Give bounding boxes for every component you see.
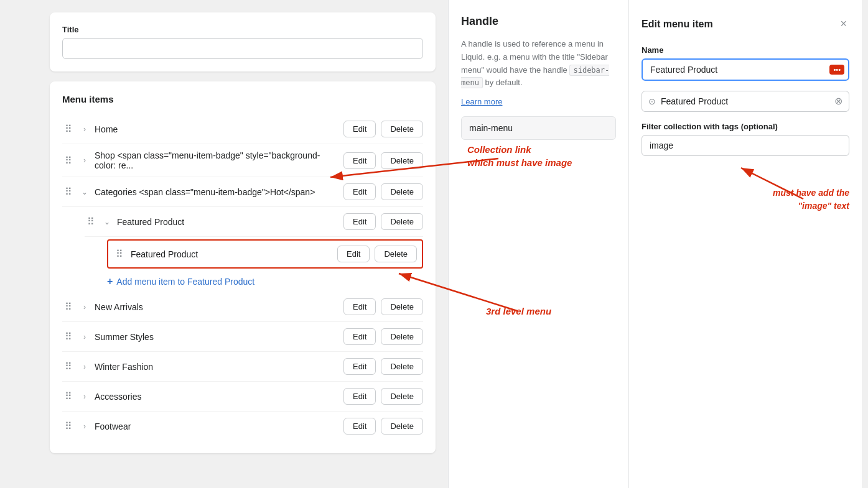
drag-handle-icon[interactable]: ⠿ bbox=[62, 301, 75, 313]
chevron-right-icon[interactable]: › bbox=[80, 333, 90, 341]
item-label: Categories <span class="menu-item-badge"… bbox=[95, 187, 338, 197]
filter-input[interactable] bbox=[642, 135, 849, 156]
item-label: Home bbox=[95, 124, 338, 134]
chevron-down-icon[interactable]: ⌄ bbox=[80, 188, 90, 196]
menu-items-card: Menu items ⠿ › Home Edit Delete ⠿ › Shop… bbox=[50, 81, 436, 453]
name-input-badge: ••• bbox=[829, 65, 844, 75]
title-card: Title Main menu bbox=[50, 12, 436, 71]
drag-handle-icon[interactable]: ⠿ bbox=[62, 123, 75, 135]
chevron-right-icon[interactable]: › bbox=[80, 303, 90, 311]
drag-handle-icon[interactable]: ⠿ bbox=[113, 248, 126, 260]
item-label: Winter Fashion bbox=[95, 362, 338, 372]
edit-button[interactable]: Edit bbox=[343, 358, 376, 375]
edit-panel-header: Edit menu item × bbox=[642, 15, 849, 33]
chevron-right-icon[interactable]: › bbox=[80, 125, 90, 134]
highlighted-item-container: ⠿ Featured Product Edit Delete bbox=[107, 239, 423, 269]
annotation-image-text: must have add the"image" text bbox=[773, 186, 849, 213]
list-item: ⠿ › Shop <span class="menu-item-badge" s… bbox=[62, 144, 423, 177]
list-item-highlighted: ⠿ Featured Product Edit Delete bbox=[107, 239, 423, 269]
drag-handle-icon[interactable]: ⠿ bbox=[62, 361, 75, 372]
edit-panel: Edit menu item × Name ••• ⊙ Featured Pro… bbox=[628, 0, 862, 488]
list-item: ⠿ › Home Edit Delete bbox=[62, 114, 423, 144]
handle-code: sidebar-menu bbox=[461, 65, 609, 89]
title-input[interactable]: Main menu bbox=[62, 38, 423, 59]
delete-button[interactable]: Delete bbox=[381, 121, 423, 137]
chevron-right-icon[interactable]: › bbox=[80, 156, 90, 165]
edit-button[interactable]: Edit bbox=[343, 328, 376, 345]
chevron-right-icon[interactable]: › bbox=[80, 422, 90, 431]
edit-button[interactable]: Edit bbox=[343, 152, 376, 169]
drag-handle-icon[interactable]: ⠿ bbox=[62, 390, 75, 402]
collection-clear-button[interactable]: ⊗ bbox=[834, 96, 842, 106]
handle-panel: Handle A handle is used to reference a m… bbox=[448, 0, 628, 488]
item-label: Footwear bbox=[95, 421, 338, 431]
item-label: Featured Product bbox=[131, 249, 332, 259]
delete-button[interactable]: Delete bbox=[381, 418, 423, 435]
add-menu-item-label: Add menu item to Featured Product bbox=[116, 277, 254, 287]
plus-icon: + bbox=[107, 276, 113, 287]
close-button[interactable]: × bbox=[838, 15, 849, 33]
edit-button[interactable]: Edit bbox=[343, 121, 376, 137]
delete-button[interactable]: Delete bbox=[375, 246, 417, 262]
title-label: Title bbox=[62, 25, 423, 34]
delete-button[interactable]: Delete bbox=[381, 358, 423, 375]
list-item: ⠿ › Winter Fashion Edit Delete bbox=[62, 352, 423, 382]
item-label: Accessories bbox=[95, 392, 338, 402]
item-label: Shop <span class="menu-item-badge" style… bbox=[95, 150, 338, 170]
annotation-collection-link: Collection linkwhich must have image bbox=[467, 143, 572, 169]
collection-search-wrapper: ⊙ Featured Product ⊗ bbox=[642, 91, 849, 112]
main-content: Title Main menu Menu items ⠿ › Home Edit… bbox=[0, 0, 448, 488]
collection-search-inner[interactable]: ⊙ Featured Product ⊗ bbox=[642, 91, 849, 112]
svg-line-4 bbox=[741, 168, 803, 199]
drag-handle-icon[interactable]: ⠿ bbox=[62, 155, 75, 167]
list-item: ⠿ › Accessories Edit Delete bbox=[62, 382, 423, 412]
chevron-right-icon[interactable]: › bbox=[80, 362, 90, 371]
list-item: ⠿ ⌄ Featured Product Edit Delete bbox=[85, 207, 423, 237]
delete-button[interactable]: Delete bbox=[381, 183, 423, 200]
edit-button[interactable]: Edit bbox=[343, 418, 376, 435]
edit-button[interactable]: Edit bbox=[337, 246, 370, 262]
name-input-wrapper: ••• bbox=[642, 58, 849, 81]
chevron-down-icon[interactable]: ⌄ bbox=[102, 218, 112, 226]
delete-button[interactable]: Delete bbox=[381, 388, 423, 405]
menu-items-title: Menu items bbox=[62, 94, 423, 104]
add-menu-item-link[interactable]: + Add menu item to Featured Product bbox=[107, 271, 423, 292]
list-item: ⠿ › New Arrivals Edit Delete bbox=[62, 292, 423, 322]
chevron-right-icon[interactable]: › bbox=[80, 392, 90, 401]
handle-panel-title: Handle bbox=[461, 15, 616, 28]
item-label: Summer Styles bbox=[95, 332, 338, 342]
handle-value: main-menu bbox=[461, 116, 616, 140]
item-label: New Arrivals bbox=[95, 302, 338, 312]
edit-button[interactable]: Edit bbox=[343, 298, 376, 315]
annotation-3rd-level: 3rd level menu bbox=[486, 305, 551, 318]
collection-icon: ⊙ bbox=[648, 96, 656, 106]
delete-button[interactable]: Delete bbox=[381, 213, 423, 230]
list-item: ⠿ › Summer Styles Edit Delete bbox=[62, 322, 423, 352]
delete-button[interactable]: Delete bbox=[381, 152, 423, 169]
handle-description: A handle is used to reference a menu in … bbox=[461, 38, 616, 90]
list-item: ⠿ ⌄ Categories <span class="menu-item-ba… bbox=[62, 177, 423, 207]
delete-button[interactable]: Delete bbox=[381, 298, 423, 315]
drag-handle-icon[interactable]: ⠿ bbox=[62, 420, 75, 432]
item-label: Featured Product bbox=[117, 217, 338, 227]
edit-button[interactable]: Edit bbox=[343, 213, 376, 230]
learn-more-link[interactable]: Learn more bbox=[461, 97, 616, 106]
drag-handle-icon[interactable]: ⠿ bbox=[62, 331, 75, 343]
collection-text: Featured Product bbox=[661, 96, 829, 106]
drag-handle-icon[interactable]: ⠿ bbox=[85, 216, 97, 228]
delete-button[interactable]: Delete bbox=[381, 328, 423, 345]
filter-label: Filter collection with tags (optional) bbox=[642, 122, 849, 131]
list-item: ⠿ › Footwear Edit Delete bbox=[62, 412, 423, 441]
name-label: Name bbox=[642, 45, 849, 55]
edit-button[interactable]: Edit bbox=[343, 388, 376, 405]
name-input[interactable] bbox=[642, 58, 849, 81]
edit-panel-title: Edit menu item bbox=[642, 19, 713, 30]
edit-button[interactable]: Edit bbox=[343, 183, 376, 200]
drag-handle-icon[interactable]: ⠿ bbox=[62, 186, 75, 198]
